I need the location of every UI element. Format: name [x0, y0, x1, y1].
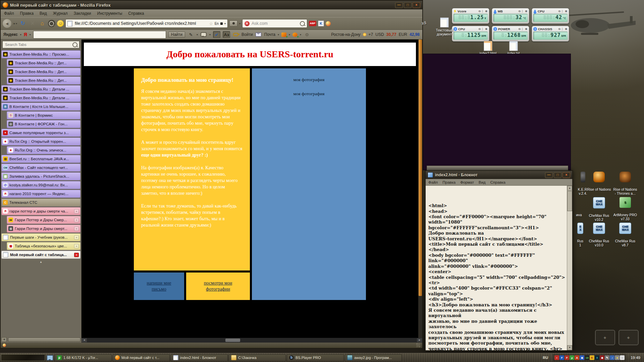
menu-item[interactable]: Файл: [4, 11, 14, 16]
gadget-menu-icon[interactable]: G⋮ ⊗: [479, 27, 488, 31]
sidebar-tab-item[interactable]: ▤ BeeSet.ru :: Бесплатные JAVA и... ×: [1, 155, 80, 163]
smiley-extension-button[interactable]: ☺: [57, 20, 64, 27]
sidebar-tab-item[interactable]: ▦ Таблица «безопасных» цве... ×: [7, 242, 80, 250]
taskbar-window-button[interactable]: away2.jpg - Програм...: [345, 354, 402, 361]
notepad-text-area[interactable]: <html><head><font color="#FF0000"><marqu…: [426, 186, 567, 350]
mail-dropdown[interactable]: ▾: [278, 33, 279, 36]
photo-placeholder-2[interactable]: моя фотография: [252, 91, 366, 97]
minimize-button[interactable]: —: [545, 172, 553, 178]
sidebar-tab-item[interactable]: ◉ Tracker.Bee-Media.Ru :: Дет... ×: [7, 76, 80, 84]
url-input[interactable]: [74, 21, 208, 26]
menu-item[interactable]: Вид: [40, 11, 47, 16]
sidebar-tab-item[interactable]: ★ RuTor.Org :: Открытый торрен... ×: [1, 137, 80, 145]
sidebar-tab-item[interactable]: ★ RuTor.Org :: Очень эпическ... ×: [7, 146, 80, 154]
resize-grip[interactable]: [416, 343, 420, 347]
yandex-engine-selector[interactable]: Я: [24, 32, 27, 37]
comments-balloon-icon[interactable]: [200, 32, 207, 38]
scroll-up-button[interactable]: ▲: [567, 186, 572, 191]
tray-icon[interactable]: ◆: [600, 355, 604, 360]
photo-placeholder-1[interactable]: моя фотография: [252, 77, 366, 82]
login-key-icon[interactable]: [232, 32, 239, 38]
horizontal-scrollbar-thumb[interactable]: [225, 339, 240, 342]
menu-item[interactable]: Инструменты: [97, 11, 122, 16]
sensor-gadget[interactable]: Vcore G⋮ ⊗ 88:8 1.25 V: [452, 8, 489, 24]
gadget-menu-icon[interactable]: G⋮ ⊗: [519, 27, 528, 31]
tray-icon[interactable]: А: [575, 355, 579, 360]
yandex-brand-label[interactable]: Яндекс: [3, 32, 18, 37]
scroll-left-button[interactable]: ◄: [82, 338, 87, 342]
tray-icon[interactable]: K: [590, 355, 594, 360]
menu-item[interactable]: Правка: [20, 11, 34, 16]
sidebar-tab-item[interactable]: ◉ Tracker.Bee-Media.Ru :: Детали ... ×: [1, 85, 80, 93]
stop-button[interactable]: ✕: [29, 19, 37, 28]
horizontal-scrollbar[interactable]: ◄ ►: [82, 338, 422, 343]
weather-city-label[interactable]: Ростов-на-Дону: [331, 32, 360, 37]
search-go-icon[interactable]: [300, 21, 305, 26]
tray-icon[interactable]: ◆: [580, 355, 584, 360]
sidebar-tab-item[interactable]: ▣ Гарри Поттер и Дары смерт... ×: [7, 225, 80, 233]
sensor-gadget[interactable]: × CHASSIS G⋮ ⊗ 88: 927 RPM: [532, 26, 569, 42]
menu-item[interactable]: Файл: [428, 180, 438, 184]
sensor-gadget[interactable]: × CPU G⋮ ⊗ 8: 1125 RPM: [452, 26, 489, 42]
yandex-engine-dropdown[interactable]: ▾: [30, 33, 31, 36]
web-search-field[interactable]: A Ask.com: [242, 19, 307, 28]
close-button[interactable]: ×: [413, 2, 420, 8]
taskbar-window-button[interactable]: index2.html - Блокнот: [171, 354, 228, 361]
gadget-menu-icon[interactable]: G⋮ ⊗: [558, 10, 568, 13]
home-button[interactable]: ⌂: [38, 19, 46, 28]
mail-icon[interactable]: [255, 32, 262, 38]
sidebar-tab-item[interactable]: Мой первый сайт с таблица... ×: [1, 251, 80, 259]
sensor-gadget[interactable]: × POWER G⋮ ⊗ 8: 1268 RPM: [492, 26, 529, 42]
language-indicator[interactable]: RU: [540, 356, 551, 360]
sidebar-group-bar[interactable]: [8, 338, 80, 342]
kaspersky-extension-icon[interactable]: K: [318, 20, 324, 26]
menu-item[interactable]: Справка: [490, 180, 505, 184]
tab-search-box[interactable]: [2, 41, 79, 48]
favorites-service-icon[interactable]: [292, 33, 298, 37]
desktop-icon-index2-html[interactable]: index2.html: [476, 41, 500, 55]
tab-close-button[interactable]: ×: [74, 209, 79, 214]
tab-close-button[interactable]: ×: [74, 253, 79, 257]
sensor-gadget[interactable]: CPU G⋮ ⊗ 888: 42 °C: [532, 8, 569, 24]
sidebar-tab-item[interactable]: ◎ В Контакте | ФОРСАЖ - Гон... ×: [7, 120, 80, 128]
tray-icon[interactable]: ♪: [610, 355, 614, 360]
minimize-button[interactable]: —: [395, 2, 403, 8]
tab-close-button[interactable]: ×: [74, 244, 79, 248]
bookmark-star-icon[interactable]: ☆: [209, 21, 213, 26]
desktop-icon[interactable]: CHE MAX CheMax Rus v10.0: [586, 219, 612, 251]
toolbar-settings-gear-icon[interactable]: ⚙: [304, 32, 310, 38]
ask-engine-icon[interactable]: A: [245, 21, 250, 26]
desktop-icon[interactable]: CHE MAX CheMax Rus v8.7: [612, 219, 638, 251]
write-me-link[interactable]: напиши мне письмо: [134, 273, 184, 300]
keyboard-layout-indicator[interactable]: En: [215, 22, 219, 25]
tray-icon[interactable]: 18: [585, 355, 589, 360]
eur-rate[interactable]: 42,98: [410, 32, 420, 37]
menu-item[interactable]: Правка: [442, 180, 455, 184]
photos-service-icon[interactable]: [281, 33, 286, 37]
status-extension-icon[interactable]: [3, 344, 6, 347]
notepad-titlebar[interactable]: index2.html - Блокнот — □ ×: [426, 171, 572, 179]
sidebar-tab-item[interactable]: Я гарри поттер и дары смерти ча... ×: [1, 207, 80, 215]
desktop-icon-index-txt[interactable]: index.txt: [502, 41, 525, 55]
tray-icon[interactable]: µ: [570, 355, 574, 360]
sidebar-scroll-up-marker[interactable]: ▲: [1, 259, 81, 263]
taskbar-clock[interactable]: 19:49: [628, 356, 643, 360]
translate-toggle[interactable]: Аз: [223, 31, 230, 38]
vertical-scrollbar-thumb[interactable]: [419, 40, 422, 296]
scrollbar-thumb[interactable]: [567, 191, 572, 211]
tab-close-button[interactable]: ×: [74, 218, 79, 222]
tray-icon[interactable]: ‖: [595, 355, 599, 360]
screenshot-camera-button[interactable]: [229, 20, 237, 26]
sidebar-tab-item[interactable]: ◉ Tracker.Bee-Media.Ru :: Просмо... ×: [1, 50, 80, 58]
camera-dropdown[interactable]: ▾: [239, 22, 240, 25]
adblock-plus-icon[interactable]: ABP: [309, 21, 316, 26]
sidebar-tab-item[interactable]: Я нагано 2010 торрент — Яндекс... ×: [1, 190, 80, 198]
tab-close-button[interactable]: ×: [74, 227, 79, 231]
tray-icon[interactable]: ●: [615, 355, 620, 360]
notepad-scrollbar[interactable]: ▲ ▼: [567, 186, 572, 350]
menu-item[interactable]: Журнал: [53, 11, 68, 16]
firefox-titlebar[interactable]: Мой первый сайт с таблицами - Mozilla Fi…: [1, 1, 422, 9]
yandex-search-input[interactable]: [33, 31, 166, 39]
zoom-loupe-button[interactable]: [48, 20, 55, 27]
weather-temp[interactable]: +7: [369, 32, 373, 37]
